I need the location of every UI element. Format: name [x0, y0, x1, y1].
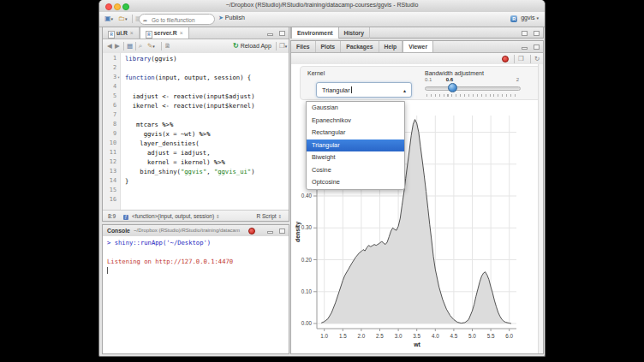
- tab-label: Plots: [321, 44, 336, 50]
- svg-text:0.40: 0.40: [301, 193, 313, 199]
- show-in-new-window-icon[interactable]: ❐▾: [279, 42, 287, 50]
- dropdown-option-gaussian[interactable]: Gaussian: [307, 102, 404, 115]
- code-text: kernel = ikernel) %>%: [125, 157, 225, 167]
- code-line[interactable]: 6 ikernel <- reactive(input$kernel): [103, 101, 289, 110]
- refresh-viewer-icon[interactable]: ↻: [534, 55, 540, 62]
- code-line[interactable]: 14}: [103, 176, 289, 186]
- goto-file-input[interactable]: [150, 15, 213, 25]
- console-output[interactable]: > shiny::runApp('~/Desktop') Listening o…: [103, 236, 289, 353]
- svg-text:3.0: 3.0: [395, 333, 402, 339]
- console-prompt-line[interactable]: [107, 266, 289, 276]
- code-line[interactable]: 7: [103, 110, 289, 120]
- screen: ~/Dropbox (RStudio)/RStudio/training/dat…: [0, 0, 644, 362]
- interrupt-r-icon[interactable]: [248, 228, 255, 234]
- bandwidth-slider[interactable]: 0.1 0.6 2: [425, 77, 521, 99]
- open-file-icon[interactable]: 🗀▾: [118, 15, 128, 23]
- svg-text:5.5: 5.5: [487, 333, 495, 339]
- dropdown-option-triangular[interactable]: Triangular: [307, 139, 404, 152]
- console-pane: Console ~/Dropbox (RStudio)/RStudio/trai…: [102, 224, 289, 354]
- tab-files[interactable]: Files: [291, 41, 316, 52]
- tab-environment[interactable]: Environment: [291, 27, 339, 39]
- select-caret-icon: ▴: [403, 87, 406, 93]
- line-number: 6: [103, 101, 116, 110]
- viewer-scrollbar[interactable]: [538, 64, 543, 353]
- code-line[interactable]: 9 ggvis(x = ~wt) %>%: [103, 129, 289, 139]
- dropdown-option-rectangular[interactable]: Rectangular: [307, 127, 404, 139]
- svg-text:4.0: 4.0: [432, 333, 439, 339]
- new-file-icon[interactable]: ▣▾: [104, 15, 113, 23]
- code-line[interactable]: 4: [103, 82, 289, 92]
- tab-server.R[interactable]: Rserver.R×: [140, 27, 189, 39]
- open-in-new-window-icon[interactable]: ❐: [518, 55, 524, 62]
- code-line[interactable]: 2: [103, 63, 289, 73]
- slider-value-label: 0.6: [446, 77, 453, 82]
- code-line[interactable]: 8 mtcars %>%: [103, 120, 289, 129]
- forward-icon[interactable]: ▶: [115, 42, 120, 50]
- viewer-pane: FilesPlotsPackagesHelpViewer ❐ ↻ Kernel …: [290, 40, 544, 354]
- svg-text:wt: wt: [413, 341, 420, 347]
- minimize-viewer-icon[interactable]: [522, 47, 528, 50]
- project-selector[interactable]: R ggvis ▾: [510, 15, 539, 22]
- code-tools-icon[interactable]: ✎▾: [147, 42, 155, 50]
- tab-label: Help: [385, 44, 397, 50]
- svg-text:0.00: 0.00: [301, 320, 313, 326]
- back-icon[interactable]: ◀: [107, 42, 112, 50]
- slider-track[interactable]: [425, 86, 521, 91]
- restore-pane-icon[interactable]: [522, 31, 528, 36]
- compile-report-icon[interactable]: 🗎: [164, 42, 171, 50]
- function-context[interactable]: <function>(input, output, session) ⇕: [132, 213, 220, 219]
- maximize-console-icon[interactable]: [279, 228, 285, 234]
- stop-app-icon[interactable]: [502, 56, 509, 62]
- slider-ticks: [426, 94, 519, 97]
- code-line[interactable]: 3▾function(input, output, session) {: [103, 73, 289, 82]
- project-name: ggvis: [521, 15, 534, 21]
- minimize-pane-icon[interactable]: [267, 33, 273, 36]
- tab-ui.R[interactable]: Rui.R×: [103, 27, 140, 39]
- dropdown-option-cosine[interactable]: Cosine: [307, 164, 404, 177]
- slider-handle[interactable]: [448, 83, 457, 92]
- code-line[interactable]: 16: [103, 195, 289, 205]
- goto-file-box: ➦: [139, 14, 215, 25]
- code-line[interactable]: 5 iadjust <- reactive(input$adjust): [103, 92, 289, 101]
- close-tab-icon[interactable]: ×: [130, 30, 134, 36]
- maximize-viewer-icon[interactable]: [534, 45, 540, 50]
- file-type-selector[interactable]: R Script ⇕: [256, 213, 282, 219]
- dropdown-option-epanechnikov[interactable]: Epanechnikov: [307, 115, 404, 128]
- tab-viewer[interactable]: Viewer: [402, 41, 433, 52]
- code-line[interactable]: 15: [103, 186, 289, 195]
- console-line: Listening on http://127.0.0.1:4470: [107, 257, 289, 266]
- line-number: 13: [103, 167, 116, 176]
- controls-panel: Kernel Bandwidth adjustment Triangular ▴…: [300, 66, 541, 100]
- svg-text:1.5: 1.5: [339, 333, 347, 339]
- tab-packages[interactable]: Packages: [341, 41, 379, 52]
- editor-toolbar: ◀ ▶ ▦ ⌕ ✎▾ 🗎 ↻ Reload App ❐▾: [103, 39, 289, 54]
- tab-history[interactable]: History: [339, 27, 370, 39]
- code-line[interactable]: 11 adjust = iadjust,: [103, 148, 289, 157]
- viewer-tabs: FilesPlotsPackagesHelpViewer: [291, 41, 543, 52]
- find-icon[interactable]: ⌕: [139, 42, 142, 50]
- fold-marker-icon[interactable]: ▾: [117, 73, 120, 82]
- code-line[interactable]: 12 kernel = ikernel) %>%: [103, 157, 289, 167]
- tab-label: ui.R: [116, 30, 128, 36]
- tab-plots[interactable]: Plots: [316, 41, 342, 52]
- line-number: 3: [103, 73, 116, 82]
- code-line[interactable]: 10 layer_densities(: [103, 139, 289, 148]
- dropdown-option-biweight[interactable]: Biweight: [307, 151, 404, 164]
- kernel-select[interactable]: Triangular ▴: [316, 82, 412, 98]
- code-line[interactable]: 13 bind_shiny("ggvis", "ggvis_ui"): [103, 167, 289, 176]
- minimize-console-icon[interactable]: [267, 231, 273, 234]
- svg-text:density: density: [295, 222, 301, 242]
- rstudio-window: ~/Dropbox (RStudio)/RStudio/training/dat…: [98, 0, 546, 357]
- code-editor[interactable]: 1library(ggvis)23▾function(input, output…: [103, 53, 289, 211]
- save-file-icon[interactable]: ▦: [127, 42, 133, 50]
- code-line[interactable]: 1library(ggvis): [103, 54, 289, 63]
- title-bar: ~/Dropbox (RStudio)/RStudio/training/dat…: [99, 0, 545, 13]
- reload-app-button[interactable]: ↻ Reload App: [233, 42, 271, 50]
- svg-text:4.5: 4.5: [450, 333, 458, 339]
- maximize-pane-icon[interactable]: [279, 31, 285, 36]
- tab-help[interactable]: Help: [379, 41, 403, 52]
- maximize-env-icon[interactable]: [534, 31, 540, 36]
- publish-button[interactable]: ➤ Publish: [218, 15, 245, 21]
- dropdown-option-optcosine[interactable]: Optcosine: [307, 176, 404, 189]
- close-tab-icon[interactable]: ×: [180, 30, 183, 36]
